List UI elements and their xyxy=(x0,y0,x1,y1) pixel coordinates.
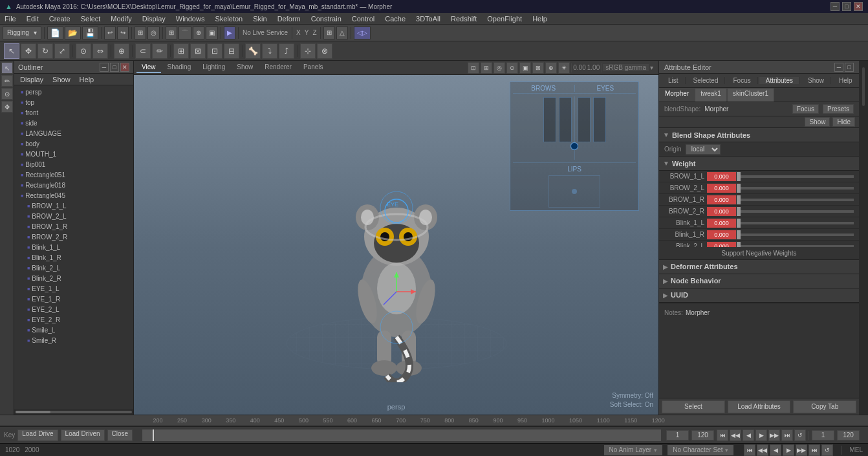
outliner-item[interactable]: ■Blink_1_L xyxy=(14,242,133,252)
menu-skin[interactable]: Skin xyxy=(251,15,268,23)
show-btn[interactable]: Show xyxy=(805,117,830,127)
lasso-button[interactable]: ◎ xyxy=(147,27,160,39)
play-fwd-btn[interactable]: ▶ xyxy=(755,429,767,441)
outliner-item[interactable]: ■Smile_L xyxy=(14,325,133,335)
outliner-item[interactable]: ■Blink_2_L xyxy=(14,263,133,273)
weight-value-input[interactable] xyxy=(707,207,736,216)
ae-tab-focus[interactable]: Focus xyxy=(726,77,757,84)
outliner-item[interactable]: ■LANGUAGE xyxy=(14,128,133,138)
outliner-item[interactable]: ■BROW_2_R xyxy=(14,232,133,242)
menu-windows[interactable]: Windows xyxy=(174,15,207,23)
weight-value-input[interactable] xyxy=(707,184,736,193)
outliner-item[interactable]: ■EYE_1_L xyxy=(14,283,133,294)
ae-tab-help[interactable]: Help xyxy=(832,77,860,84)
vp-tab-shading[interactable]: Shading xyxy=(162,62,197,73)
weight-value-input[interactable] xyxy=(707,195,736,204)
outliner-item[interactable]: ■EYE_2_R xyxy=(14,314,133,325)
menu-redshift[interactable]: Redshift xyxy=(449,15,479,23)
maximize-button[interactable]: □ xyxy=(842,2,851,11)
menu-modify[interactable]: Modify xyxy=(109,15,133,23)
status-prev-btn[interactable]: ◀◀ xyxy=(757,444,768,456)
ae-maximize-btn[interactable]: □ xyxy=(845,63,854,72)
vp-tab-lighting[interactable]: Lighting xyxy=(197,62,230,73)
menu-3dtoall[interactable]: 3DToAll xyxy=(414,15,442,23)
select-mode-btn[interactable]: ↖ xyxy=(1,62,13,74)
soft-select-btn[interactable]: ⊙ xyxy=(76,43,91,59)
no-anim-layer-btn[interactable]: No Anim Layer ▾ xyxy=(604,445,663,455)
workspace-dropdown[interactable]: Rigging ▾ xyxy=(3,27,41,39)
scale-tool-btn[interactable]: ⤢ xyxy=(54,43,70,59)
ae-tab-list[interactable]: List xyxy=(662,77,686,84)
rotate-tool-btn[interactable]: ↻ xyxy=(38,43,53,59)
close-dope-btn[interactable]: Close xyxy=(107,429,133,441)
ae-tab-selected[interactable]: Selected xyxy=(687,77,726,84)
vp-tab-renderer[interactable]: Renderer xyxy=(259,62,297,73)
ae-float-btn[interactable]: ─ xyxy=(834,63,843,72)
status-back-btn[interactable]: ◀ xyxy=(770,444,781,456)
viewport-icon5[interactable]: ▣ xyxy=(519,62,531,74)
menu-cache[interactable]: Cache xyxy=(383,15,407,23)
lips-control[interactable] xyxy=(548,175,600,208)
outliner-item[interactable]: ■Bip001 xyxy=(14,159,133,169)
menu-help[interactable]: Help xyxy=(530,15,549,23)
end-frame-input[interactable] xyxy=(691,430,714,440)
origin-select[interactable]: local world xyxy=(686,144,721,155)
rig-tool-btn[interactable]: ⊞ xyxy=(173,43,189,59)
vp-tab-panels[interactable]: Panels xyxy=(298,62,329,73)
blend-shape-attributes-header[interactable]: ▼ Blend Shape Attributes xyxy=(659,128,859,142)
outliner-float-btn[interactable]: ─ xyxy=(100,63,109,72)
undo-button[interactable]: ↩ xyxy=(104,27,116,39)
weight-slider[interactable] xyxy=(739,245,854,247)
ae-tab-show[interactable]: Show xyxy=(801,77,831,84)
menu-skeleton[interactable]: Skeleton xyxy=(213,15,244,23)
focus-btn[interactable]: Focus xyxy=(792,104,819,114)
weight-slider[interactable] xyxy=(739,187,854,190)
new-scene-button[interactable]: 📄 xyxy=(47,27,63,39)
select-button[interactable]: ⊞ xyxy=(135,27,146,39)
paint-select-btn[interactable]: ✏ xyxy=(152,43,168,59)
symmetry-btn[interactable]: ⇔ xyxy=(92,43,108,59)
outliner-item[interactable]: ■Smile_R xyxy=(14,335,133,345)
goto-start-btn[interactable]: ⏮ xyxy=(717,429,728,441)
outliner-help-menu[interactable]: Help xyxy=(78,76,96,83)
edge-snap-btn[interactable]: △ xyxy=(336,27,348,39)
load-drive-btn[interactable]: Load Drive xyxy=(17,429,58,441)
menu-create[interactable]: Create xyxy=(47,15,72,23)
rig-tool-btn3[interactable]: ⊡ xyxy=(207,43,222,59)
vp-tab-show[interactable]: Show xyxy=(232,62,258,73)
play-back-btn[interactable]: ◀ xyxy=(743,429,754,441)
grid-snap-btn[interactable]: ⊞ xyxy=(323,27,335,39)
render-button[interactable]: ▶ xyxy=(224,27,235,39)
move-mode-btn[interactable]: ✥ xyxy=(1,101,13,113)
status-fwd-btn[interactable]: ▶ xyxy=(783,444,794,456)
deform-btn[interactable]: ⊹ xyxy=(300,43,316,59)
weight-slider[interactable] xyxy=(739,233,854,236)
outliner-item[interactable]: ■Rectangle051 xyxy=(14,169,133,180)
outliner-item[interactable]: ■Blink_1_R xyxy=(14,252,133,263)
loop-btn[interactable]: ↺ xyxy=(794,429,806,441)
color-space-arrow[interactable]: ▾ xyxy=(650,64,653,71)
open-scene-button[interactable]: 📂 xyxy=(65,27,81,39)
weight-slider[interactable] xyxy=(739,175,854,178)
menu-edit[interactable]: Edit xyxy=(25,15,41,23)
load-driven-btn[interactable]: Load Driven xyxy=(61,429,105,441)
outliner-item[interactable]: ■front xyxy=(14,107,133,118)
playback-start-input[interactable] xyxy=(812,430,834,440)
status-loop-btn[interactable]: ↺ xyxy=(821,444,833,456)
outliner-item[interactable]: ■BROW_2_L xyxy=(14,211,133,221)
weight-slider[interactable] xyxy=(739,199,854,201)
step-back-btn[interactable]: ◀◀ xyxy=(730,429,741,441)
deformer-attributes-header[interactable]: ▶ Deformer Attributes xyxy=(659,260,859,274)
show-manipulator-btn[interactable]: ⊕ xyxy=(114,43,129,59)
playback-end-input[interactable] xyxy=(837,430,860,440)
outliner-item[interactable]: ■side xyxy=(14,118,133,128)
menu-select[interactable]: Select xyxy=(79,15,103,23)
rig-tool-btn4[interactable]: ⊟ xyxy=(224,43,239,59)
snap-view-button[interactable]: ▣ xyxy=(206,27,218,39)
vp-tab-view[interactable]: View xyxy=(136,62,161,73)
viewport-icon7[interactable]: ⊕ xyxy=(545,62,557,74)
viewport-icon8[interactable]: ☀ xyxy=(558,62,570,74)
menu-file[interactable]: File xyxy=(3,15,18,23)
goto-end-btn[interactable]: ⏭ xyxy=(781,429,793,441)
outliner-item[interactable]: ■persp xyxy=(14,87,133,97)
